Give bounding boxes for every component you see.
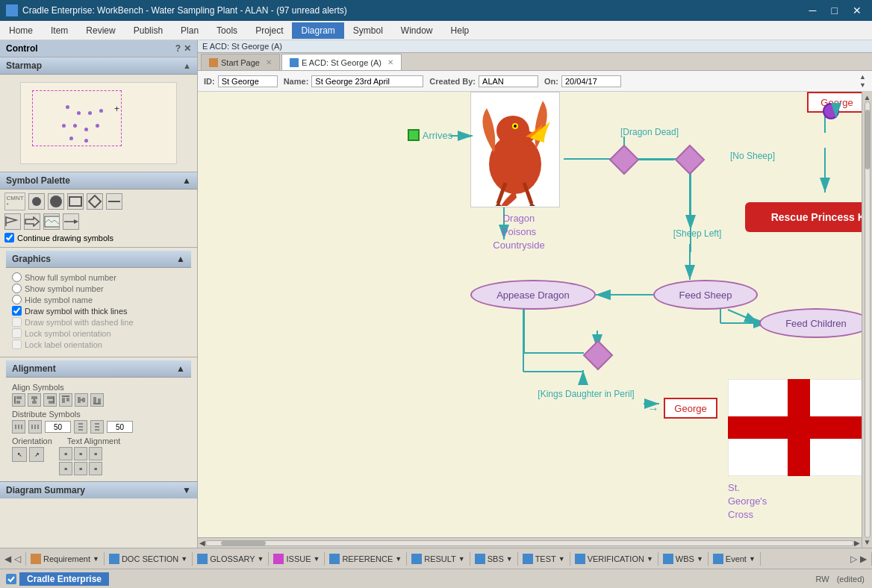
dragon-node[interactable] bbox=[470, 92, 560, 207]
dashed-line-option[interactable]: Draw symbol with dashed line bbox=[12, 317, 185, 327]
menu-item-home[interactable]: Home bbox=[0, 22, 42, 39]
continue-drawing-row[interactable]: Continue drawing symbols bbox=[4, 233, 193, 243]
menu-item-window[interactable]: Window bbox=[392, 22, 442, 39]
text-align-tr[interactable]: ≡ bbox=[89, 447, 102, 460]
doc-section-btn[interactable]: DOC SECTION ▼ bbox=[105, 552, 193, 566]
wbs-btn[interactable]: WBS ▼ bbox=[658, 552, 708, 566]
requirement-btn[interactable]: Requirement ▼ bbox=[26, 552, 105, 566]
h-scroll-right-btn[interactable]: ▶ bbox=[854, 539, 860, 547]
palette-line[interactable] bbox=[106, 193, 122, 210]
symbol-palette-header[interactable]: Symbol Palette ▲ bbox=[0, 172, 197, 190]
sbs-dropdown-icon[interactable]: ▼ bbox=[506, 555, 513, 563]
result-dropdown-icon[interactable]: ▼ bbox=[458, 555, 465, 563]
v-scroll-up-btn[interactable]: ▲ bbox=[864, 93, 871, 101]
purple-dot-node[interactable] bbox=[823, 103, 839, 119]
doc-dropdown-icon[interactable]: ▼ bbox=[181, 555, 187, 563]
align-center-h[interactable] bbox=[28, 393, 41, 407]
text-align-mc[interactable]: ≡ bbox=[74, 462, 87, 475]
distribute-h1[interactable] bbox=[12, 420, 25, 434]
issue-dropdown-icon[interactable]: ▼ bbox=[314, 555, 320, 563]
close-button[interactable]: ✕ bbox=[848, 3, 866, 18]
palette-arrow-right[interactable] bbox=[63, 213, 79, 230]
event-btn[interactable]: Event ▼ bbox=[708, 552, 761, 566]
symbol-palette-up-icon[interactable]: ▲ bbox=[182, 175, 191, 186]
tab-stgeorge[interactable]: E ACD: St George (A) ✕ bbox=[281, 54, 402, 70]
feed-children-node[interactable]: Feed Children bbox=[759, 308, 862, 338]
palette-circle-filled-large[interactable] bbox=[48, 193, 64, 210]
palette-cmnt[interactable]: CMNT* bbox=[4, 193, 25, 210]
align-right[interactable] bbox=[43, 393, 57, 407]
distribute-v-input[interactable] bbox=[107, 421, 133, 433]
maximize-button[interactable]: □ bbox=[827, 3, 842, 18]
text-align-ml[interactable]: ≡ bbox=[59, 462, 72, 475]
nav-arrow-right[interactable]: ▶ bbox=[859, 552, 868, 566]
lock-orientation-option[interactable]: Lock symbol orientation bbox=[12, 328, 185, 338]
arrives-node[interactable]: Arrives → bbox=[407, 126, 467, 144]
orient-left[interactable]: ↖ bbox=[12, 447, 27, 462]
diagram-canvas[interactable]: Arrives → bbox=[198, 92, 862, 537]
rescue-princess-node[interactable]: Rescue Princess Kill Dragon bbox=[745, 202, 862, 232]
hide-name-option[interactable]: Hide symbol name bbox=[12, 295, 185, 304]
menu-item-tools[interactable]: Tools bbox=[208, 22, 246, 39]
test-btn[interactable]: TEST ▼ bbox=[518, 552, 570, 566]
event-dropdown-icon[interactable]: ▼ bbox=[749, 555, 756, 563]
on-input[interactable] bbox=[561, 75, 621, 87]
align-top[interactable] bbox=[59, 393, 72, 407]
tab-stgeorge-close[interactable]: ✕ bbox=[387, 58, 393, 66]
requirement-dropdown-icon[interactable]: ▼ bbox=[93, 555, 99, 563]
v-scrollbar-thumb[interactable] bbox=[865, 110, 870, 169]
v-scrollbar-track[interactable] bbox=[865, 101, 871, 538]
distribute-h2[interactable] bbox=[28, 420, 42, 434]
palette-rect[interactable] bbox=[67, 193, 84, 210]
graphics-header[interactable]: Graphics ▲ bbox=[6, 251, 191, 268]
distribute-v1[interactable] bbox=[74, 420, 87, 434]
st-georges-cross-node[interactable]: St.George'sCross bbox=[728, 379, 862, 495]
alignment-up-icon[interactable]: ▲ bbox=[176, 363, 185, 374]
graphics-up-icon[interactable]: ▲ bbox=[176, 254, 185, 264]
glossary-btn[interactable]: GLOSSARY ▼ bbox=[193, 552, 269, 566]
george-bottom-node[interactable]: George bbox=[664, 398, 717, 419]
diamond3-node[interactable] bbox=[582, 340, 614, 371]
tab-start-close[interactable]: ✕ bbox=[266, 58, 272, 66]
result-btn[interactable]: RESULT ▼ bbox=[407, 552, 470, 566]
align-bottom[interactable] bbox=[90, 393, 104, 407]
distribute-v2[interactable] bbox=[90, 420, 104, 434]
palette-image[interactable] bbox=[43, 213, 60, 230]
palette-arrow-shape[interactable] bbox=[24, 213, 40, 230]
menu-item-review[interactable]: Review bbox=[77, 22, 124, 39]
appease-dragon-node[interactable]: Appease Dragon bbox=[470, 280, 596, 310]
palette-circle-filled-small[interactable] bbox=[28, 193, 45, 210]
show-full-option[interactable]: Show full symbol number bbox=[12, 272, 185, 282]
nav-arrow-next[interactable]: ▷ bbox=[849, 552, 859, 566]
h-scrollbar-thumb[interactable] bbox=[221, 541, 266, 545]
v-scrollbar[interactable]: ▲ ▼ bbox=[862, 92, 872, 548]
sbs-btn[interactable]: SBS ▼ bbox=[470, 552, 518, 566]
v-scroll-down-btn[interactable]: ▼ bbox=[864, 538, 871, 546]
minimize-button[interactable]: ─ bbox=[805, 3, 821, 18]
menu-item-plan[interactable]: Plan bbox=[172, 22, 208, 39]
verification-btn[interactable]: VERIFICATION ▼ bbox=[570, 552, 658, 566]
menu-item-help[interactable]: Help bbox=[442, 22, 479, 39]
menu-item-diagram[interactable]: Diagram bbox=[292, 22, 343, 39]
control-help-icon[interactable]: ? bbox=[175, 43, 181, 54]
palette-diamond[interactable] bbox=[87, 193, 103, 210]
menu-item-symbol[interactable]: Symbol bbox=[344, 22, 392, 39]
h-scrollbar[interactable]: ◀ ▶ bbox=[198, 537, 862, 548]
orient-right[interactable]: ↗ bbox=[29, 447, 44, 462]
test-dropdown-icon[interactable]: ▼ bbox=[558, 555, 565, 563]
lock-label-option[interactable]: Lock label orientation bbox=[12, 340, 185, 349]
reference-dropdown-icon[interactable]: ▼ bbox=[395, 555, 402, 563]
reference-btn[interactable]: REFERENCE ▼ bbox=[325, 552, 407, 566]
alignment-header[interactable]: Alignment ▲ bbox=[6, 360, 191, 378]
id-input[interactable] bbox=[218, 75, 278, 87]
glossary-dropdown-icon[interactable]: ▼ bbox=[258, 555, 264, 563]
created-by-input[interactable] bbox=[479, 75, 538, 87]
wbs-dropdown-icon[interactable]: ▼ bbox=[697, 555, 703, 563]
feed-sheep-node[interactable]: Feed Sheep bbox=[653, 280, 758, 310]
starmap-header[interactable]: Starmap ▲ bbox=[0, 57, 197, 75]
record-scroll-up[interactable]: ▲ bbox=[859, 73, 866, 81]
diamond2-node[interactable] bbox=[674, 144, 706, 175]
nav-arrow-prev[interactable]: ◁ bbox=[13, 552, 22, 566]
align-left-top[interactable] bbox=[12, 393, 25, 407]
record-scroll-down[interactable]: ▼ bbox=[859, 81, 866, 89]
